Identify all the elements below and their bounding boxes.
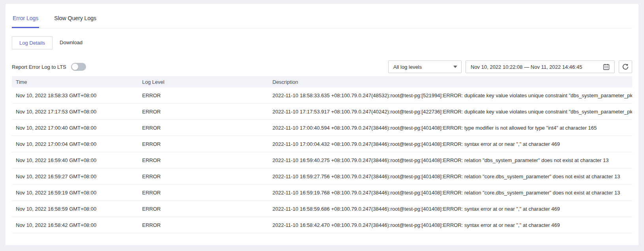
cell-time: Nov 10, 2022 16:59:40 GMT+08:00	[12, 157, 138, 163]
cell-time: Nov 10, 2022 16:58:42 GMT+08:00	[12, 222, 138, 228]
cell-description: 2022-11-10 18:58:33.635 +08:100.79.0.247…	[268, 92, 632, 98]
log-type-tabs: Error Logs Slow Query Logs	[12, 4, 632, 28]
tab-slow-query-logs[interactable]: Slow Query Logs	[53, 15, 97, 28]
log-level-select-value: All log levels	[393, 64, 422, 70]
column-header-log-level: Log Level	[138, 79, 268, 85]
lts-toggle-group: Report Error Log to LTS	[12, 63, 86, 71]
lts-toggle-switch[interactable]	[71, 63, 86, 71]
lts-toggle-label: Report Error Log to LTS	[12, 64, 66, 70]
date-range-input[interactable]: Nov 10, 2022 10:22:08 — Nov 11, 2022 14:…	[466, 60, 615, 73]
logs-panel: Error Logs Slow Query Logs Log Details D…	[6, 4, 638, 245]
table-row: Nov 10, 2022 17:17:53 GMT+08:00 ERROR 20…	[12, 104, 632, 120]
cell-log-level: ERROR	[138, 157, 268, 163]
cell-description: 2022-11-10 16:58:59.686 +08:100.79.0.247…	[268, 206, 632, 212]
filter-controls: All log levels Nov 10, 2022 10:22:08 — N…	[388, 60, 632, 73]
chevron-down-icon	[453, 66, 457, 68]
cell-log-level: ERROR	[138, 125, 268, 131]
table-row: Nov 10, 2022 16:58:59 GMT+08:00 ERROR 20…	[12, 201, 632, 217]
table-body: Nov 10, 2022 18:58:33 GMT+08:00 ERROR 20…	[12, 87, 632, 233]
cell-description: 2022-11-10 16:59:19.768 +08:100.79.0.247…	[268, 190, 632, 196]
controls-row: Report Error Log to LTS All log levels N…	[12, 60, 632, 73]
toggle-knob	[72, 64, 78, 70]
tab-error-logs[interactable]: Error Logs	[12, 15, 39, 28]
cell-description: 2022-11-10 17:00:40.594 +08:100.79.0.247…	[268, 125, 632, 131]
cell-log-level: ERROR	[138, 109, 268, 115]
column-header-time: Time	[12, 79, 138, 85]
table-row: Nov 10, 2022 16:59:40 GMT+08:00 ERROR 20…	[12, 152, 632, 168]
cell-time: Nov 10, 2022 16:59:19 GMT+08:00	[12, 190, 138, 196]
table-row: Nov 10, 2022 17:00:04 GMT+08:00 ERROR 20…	[12, 136, 632, 152]
table-row: Nov 10, 2022 18:58:33 GMT+08:00 ERROR 20…	[12, 87, 632, 104]
cell-description: 2022-11-10 16:59:27.756 +08:100.79.0.247…	[268, 174, 632, 179]
cell-time: Nov 10, 2022 16:59:27 GMT+08:00	[12, 174, 138, 179]
cell-log-level: ERROR	[138, 222, 268, 228]
cell-log-level: ERROR	[138, 206, 268, 212]
cell-time: Nov 10, 2022 16:58:59 GMT+08:00	[12, 206, 138, 212]
log-view-subtabs: Log Details Download	[12, 36, 632, 49]
column-header-description: Description	[268, 79, 632, 85]
error-log-table: Time Log Level Description Nov 10, 2022 …	[12, 76, 632, 233]
table-row: Nov 10, 2022 16:59:27 GMT+08:00 ERROR 20…	[12, 168, 632, 185]
subtab-download[interactable]: Download	[53, 36, 90, 49]
log-level-select[interactable]: All log levels	[388, 60, 462, 73]
subtab-log-details[interactable]: Log Details	[12, 36, 53, 49]
date-range-value: Nov 10, 2022 10:22:08 — Nov 11, 2022 14:…	[471, 64, 582, 70]
table-header-row: Time Log Level Description	[12, 76, 632, 87]
cell-description: 2022-11-10 17:00:04.432 +08:100.79.0.247…	[268, 141, 632, 147]
cell-log-level: ERROR	[138, 174, 268, 179]
refresh-icon	[622, 63, 629, 70]
cell-description: 2022-11-10 16:59:40.275 +08:100.79.0.247…	[268, 157, 632, 163]
cell-log-level: ERROR	[138, 141, 268, 147]
cell-log-level: ERROR	[138, 92, 268, 98]
calendar-icon[interactable]	[603, 64, 610, 70]
cell-description: 2022-11-10 17:17:53.917 +08:100.79.0.247…	[268, 109, 632, 115]
table-row: Nov 10, 2022 16:59:19 GMT+08:00 ERROR 20…	[12, 185, 632, 201]
cell-time: Nov 10, 2022 17:00:04 GMT+08:00	[12, 141, 138, 147]
table-row: Nov 10, 2022 17:00:40 GMT+08:00 ERROR 20…	[12, 120, 632, 136]
table-row: Nov 10, 2022 16:58:42 GMT+08:00 ERROR 20…	[12, 217, 632, 233]
cell-log-level: ERROR	[138, 190, 268, 196]
cell-time: Nov 10, 2022 17:17:53 GMT+08:00	[12, 109, 138, 115]
cell-description: 2022-11-10 16:58:42.470 +08:100.79.0.247…	[268, 222, 632, 228]
cell-time: Nov 10, 2022 18:58:33 GMT+08:00	[12, 92, 138, 98]
refresh-button[interactable]	[619, 60, 632, 73]
cell-time: Nov 10, 2022 17:00:40 GMT+08:00	[12, 125, 138, 131]
